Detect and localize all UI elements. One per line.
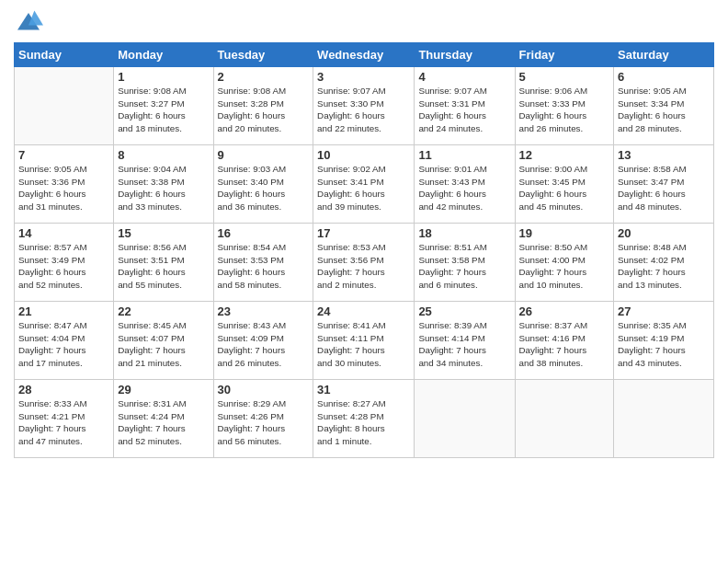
day-info: Sunrise: 8:41 AM Sunset: 4:11 PM Dayligh… bbox=[317, 319, 410, 370]
day-info: Sunrise: 8:39 AM Sunset: 4:14 PM Dayligh… bbox=[418, 319, 510, 370]
day-info: Sunrise: 9:07 AM Sunset: 3:30 PM Dayligh… bbox=[317, 85, 410, 135]
day-number: 23 bbox=[218, 304, 310, 318]
calendar-cell: 23Sunrise: 8:43 AM Sunset: 4:09 PM Dayli… bbox=[213, 302, 313, 380]
day-info: Sunrise: 8:48 AM Sunset: 4:02 PM Dayligh… bbox=[618, 241, 710, 292]
calendar-cell: 9Sunrise: 9:03 AM Sunset: 3:40 PM Daylig… bbox=[213, 145, 313, 224]
calendar-week-row: 7Sunrise: 9:05 AM Sunset: 3:36 PM Daylig… bbox=[15, 145, 714, 224]
calendar-cell: 5Sunrise: 9:06 AM Sunset: 3:33 PM Daylig… bbox=[515, 67, 614, 145]
day-info: Sunrise: 8:56 AM Sunset: 3:51 PM Dayligh… bbox=[118, 241, 209, 292]
day-info: Sunrise: 8:27 AM Sunset: 4:28 PM Dayligh… bbox=[317, 397, 410, 448]
calendar-week-row: 21Sunrise: 8:47 AM Sunset: 4:04 PM Dayli… bbox=[15, 302, 714, 380]
logo-icon bbox=[14, 9, 43, 35]
calendar-cell: 8Sunrise: 9:04 AM Sunset: 3:38 PM Daylig… bbox=[114, 145, 213, 224]
day-number: 19 bbox=[519, 226, 610, 240]
calendar-header: SundayMondayTuesdayWednesdayThursdayFrid… bbox=[15, 43, 714, 67]
day-info: Sunrise: 9:07 AM Sunset: 3:31 PM Dayligh… bbox=[418, 85, 510, 135]
day-info: Sunrise: 8:35 AM Sunset: 4:19 PM Dayligh… bbox=[618, 319, 710, 370]
day-number: 26 bbox=[519, 304, 610, 318]
calendar-cell: 27Sunrise: 8:35 AM Sunset: 4:19 PM Dayli… bbox=[614, 302, 714, 380]
day-number: 13 bbox=[618, 148, 710, 162]
day-number: 15 bbox=[118, 226, 209, 240]
day-info: Sunrise: 9:03 AM Sunset: 3:40 PM Dayligh… bbox=[218, 163, 310, 213]
day-number: 5 bbox=[519, 70, 610, 84]
calendar-cell: 13Sunrise: 8:58 AM Sunset: 3:47 PM Dayli… bbox=[614, 145, 714, 224]
day-info: Sunrise: 8:51 AM Sunset: 3:58 PM Dayligh… bbox=[418, 241, 510, 292]
page: SundayMondayTuesdayWednesdayThursdayFrid… bbox=[0, 0, 728, 563]
day-number: 16 bbox=[218, 226, 310, 240]
day-info: Sunrise: 8:50 AM Sunset: 4:00 PM Dayligh… bbox=[519, 241, 610, 292]
header bbox=[14, 9, 714, 35]
calendar-cell: 18Sunrise: 8:51 AM Sunset: 3:58 PM Dayli… bbox=[415, 224, 515, 302]
calendar-cell: 6Sunrise: 9:05 AM Sunset: 3:34 PM Daylig… bbox=[614, 67, 714, 145]
day-number: 4 bbox=[418, 70, 510, 84]
weekday-header-monday: Monday bbox=[114, 43, 213, 67]
day-number: 1 bbox=[118, 70, 209, 84]
calendar-cell: 10Sunrise: 9:02 AM Sunset: 3:41 PM Dayli… bbox=[313, 145, 415, 224]
day-info: Sunrise: 8:29 AM Sunset: 4:26 PM Dayligh… bbox=[218, 397, 310, 448]
weekday-header-row: SundayMondayTuesdayWednesdayThursdayFrid… bbox=[15, 43, 714, 67]
day-info: Sunrise: 9:00 AM Sunset: 3:45 PM Dayligh… bbox=[519, 163, 610, 213]
day-number: 27 bbox=[618, 304, 710, 318]
day-number: 2 bbox=[218, 70, 310, 84]
weekday-header-sunday: Sunday bbox=[15, 43, 114, 67]
day-info: Sunrise: 9:05 AM Sunset: 3:34 PM Dayligh… bbox=[618, 85, 710, 135]
day-info: Sunrise: 9:04 AM Sunset: 3:38 PM Dayligh… bbox=[118, 163, 209, 213]
logo bbox=[14, 9, 47, 35]
day-info: Sunrise: 8:33 AM Sunset: 4:21 PM Dayligh… bbox=[18, 397, 109, 448]
day-number: 22 bbox=[118, 304, 209, 318]
day-info: Sunrise: 9:08 AM Sunset: 3:28 PM Dayligh… bbox=[218, 85, 310, 135]
weekday-header-tuesday: Tuesday bbox=[213, 43, 313, 67]
day-number: 7 bbox=[18, 148, 109, 162]
day-number: 18 bbox=[418, 226, 510, 240]
day-info: Sunrise: 8:54 AM Sunset: 3:53 PM Dayligh… bbox=[218, 241, 310, 292]
day-number: 30 bbox=[218, 383, 310, 396]
weekday-header-wednesday: Wednesday bbox=[313, 43, 415, 67]
day-info: Sunrise: 8:37 AM Sunset: 4:16 PM Dayligh… bbox=[519, 319, 610, 370]
calendar-week-row: 1Sunrise: 9:08 AM Sunset: 3:27 PM Daylig… bbox=[15, 67, 714, 145]
calendar-cell: 14Sunrise: 8:57 AM Sunset: 3:49 PM Dayli… bbox=[15, 224, 114, 302]
calendar-cell: 11Sunrise: 9:01 AM Sunset: 3:43 PM Dayli… bbox=[415, 145, 515, 224]
day-number: 25 bbox=[418, 304, 510, 318]
calendar-cell: 25Sunrise: 8:39 AM Sunset: 4:14 PM Dayli… bbox=[415, 302, 515, 380]
calendar-cell: 12Sunrise: 9:00 AM Sunset: 3:45 PM Dayli… bbox=[515, 145, 614, 224]
day-info: Sunrise: 9:06 AM Sunset: 3:33 PM Dayligh… bbox=[519, 85, 610, 135]
calendar-cell: 28Sunrise: 8:33 AM Sunset: 4:21 PM Dayli… bbox=[15, 380, 114, 458]
day-number: 31 bbox=[317, 383, 410, 396]
calendar-cell: 20Sunrise: 8:48 AM Sunset: 4:02 PM Dayli… bbox=[614, 224, 714, 302]
weekday-header-saturday: Saturday bbox=[614, 43, 714, 67]
day-info: Sunrise: 8:53 AM Sunset: 3:56 PM Dayligh… bbox=[317, 241, 410, 292]
calendar-cell: 7Sunrise: 9:05 AM Sunset: 3:36 PM Daylig… bbox=[15, 145, 114, 224]
day-info: Sunrise: 8:57 AM Sunset: 3:49 PM Dayligh… bbox=[18, 241, 109, 292]
calendar-cell bbox=[15, 67, 114, 145]
calendar-cell bbox=[614, 380, 714, 458]
calendar-cell: 24Sunrise: 8:41 AM Sunset: 4:11 PM Dayli… bbox=[313, 302, 415, 380]
day-number: 20 bbox=[618, 226, 710, 240]
calendar-cell: 3Sunrise: 9:07 AM Sunset: 3:30 PM Daylig… bbox=[313, 67, 415, 145]
weekday-header-thursday: Thursday bbox=[415, 43, 515, 67]
day-number: 6 bbox=[618, 70, 710, 84]
calendar-cell: 26Sunrise: 8:37 AM Sunset: 4:16 PM Dayli… bbox=[515, 302, 614, 380]
calendar-cell: 19Sunrise: 8:50 AM Sunset: 4:00 PM Dayli… bbox=[515, 224, 614, 302]
calendar-cell bbox=[415, 380, 515, 458]
calendar-cell bbox=[515, 380, 614, 458]
calendar-table: SundayMondayTuesdayWednesdayThursdayFrid… bbox=[14, 42, 714, 458]
calendar-cell: 17Sunrise: 8:53 AM Sunset: 3:56 PM Dayli… bbox=[313, 224, 415, 302]
calendar-body: 1Sunrise: 9:08 AM Sunset: 3:27 PM Daylig… bbox=[15, 67, 714, 458]
calendar-cell: 16Sunrise: 8:54 AM Sunset: 3:53 PM Dayli… bbox=[213, 224, 313, 302]
day-info: Sunrise: 8:43 AM Sunset: 4:09 PM Dayligh… bbox=[218, 319, 310, 370]
day-number: 29 bbox=[118, 383, 209, 396]
day-info: Sunrise: 9:08 AM Sunset: 3:27 PM Dayligh… bbox=[118, 85, 209, 135]
day-info: Sunrise: 8:58 AM Sunset: 3:47 PM Dayligh… bbox=[618, 163, 710, 213]
day-info: Sunrise: 8:47 AM Sunset: 4:04 PM Dayligh… bbox=[18, 319, 109, 370]
day-info: Sunrise: 9:01 AM Sunset: 3:43 PM Dayligh… bbox=[418, 163, 510, 213]
calendar-cell: 31Sunrise: 8:27 AM Sunset: 4:28 PM Dayli… bbox=[313, 380, 415, 458]
calendar-cell: 2Sunrise: 9:08 AM Sunset: 3:28 PM Daylig… bbox=[213, 67, 313, 145]
day-number: 12 bbox=[519, 148, 610, 162]
calendar-cell: 30Sunrise: 8:29 AM Sunset: 4:26 PM Dayli… bbox=[213, 380, 313, 458]
day-number: 17 bbox=[317, 226, 410, 240]
day-info: Sunrise: 9:05 AM Sunset: 3:36 PM Dayligh… bbox=[18, 163, 109, 213]
calendar-cell: 29Sunrise: 8:31 AM Sunset: 4:24 PM Dayli… bbox=[114, 380, 213, 458]
calendar-cell: 4Sunrise: 9:07 AM Sunset: 3:31 PM Daylig… bbox=[415, 67, 515, 145]
day-number: 3 bbox=[317, 70, 410, 84]
calendar-cell: 1Sunrise: 9:08 AM Sunset: 3:27 PM Daylig… bbox=[114, 67, 213, 145]
